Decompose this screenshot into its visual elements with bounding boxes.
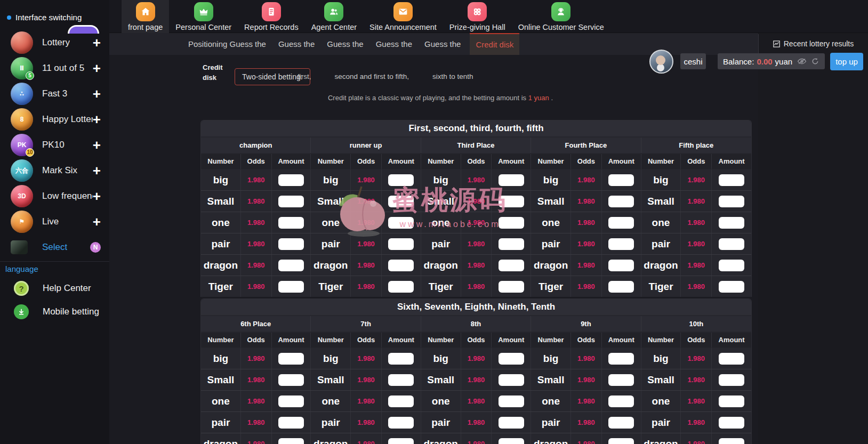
- amount-input[interactable]: [719, 238, 744, 250]
- nav-item-agent-center[interactable]: Agent Center: [305, 0, 363, 33]
- mode-option-sixth-to-tenth[interactable]: sixth to tenth: [432, 72, 473, 80]
- amount-input[interactable]: [388, 374, 414, 386]
- amount-input[interactable]: [388, 260, 414, 271]
- sidebar-item-lottery[interactable]: Lottery+: [0, 30, 109, 55]
- amount-input[interactable]: [719, 281, 744, 293]
- amount-input[interactable]: [278, 353, 304, 365]
- amount-input[interactable]: [719, 374, 744, 386]
- blue-dot-icon: [7, 15, 11, 20]
- nav-item-prize-giving-hall[interactable]: Prize-giving Hall: [443, 0, 512, 33]
- amount-input[interactable]: [719, 217, 744, 229]
- expand-plus-icon[interactable]: +: [93, 165, 101, 176]
- amount-input[interactable]: [278, 417, 304, 429]
- sidebar-item-happy-lottery[interactable]: 8Happy Lottery+: [0, 107, 109, 132]
- amount-input[interactable]: [719, 395, 744, 407]
- amount-input[interactable]: [388, 217, 414, 229]
- amount-input[interactable]: [278, 174, 304, 186]
- amount-input[interactable]: [608, 281, 634, 293]
- amount-input[interactable]: [499, 174, 524, 186]
- nav-item-personal-center[interactable]: Personal Center: [169, 0, 238, 33]
- amount-input[interactable]: [608, 395, 634, 407]
- sidebar-item-select-language[interactable]: SelectN: [0, 235, 109, 260]
- amount-input[interactable]: [719, 353, 744, 365]
- expand-plus-icon[interactable]: +: [93, 114, 101, 125]
- amount-input[interactable]: [719, 196, 744, 207]
- amount-input[interactable]: [499, 417, 524, 429]
- mode-option-second-to-fifth[interactable]: second and first to fifth,: [335, 72, 409, 80]
- amount-input[interactable]: [278, 281, 304, 293]
- amount-input[interactable]: [499, 217, 524, 229]
- hide-balance-eye-icon[interactable]: [797, 58, 807, 65]
- amount-input[interactable]: [608, 417, 634, 429]
- amount-input[interactable]: [608, 174, 634, 186]
- amount-input[interactable]: [499, 438, 524, 444]
- amount-input[interactable]: [499, 238, 524, 250]
- top-up-button[interactable]: top up: [830, 53, 863, 70]
- tab-guess-the-2[interactable]: Guess the: [324, 33, 366, 55]
- expand-plus-icon[interactable]: +: [93, 63, 101, 74]
- tab-guess-the-4[interactable]: Guess the: [421, 33, 464, 55]
- sidebar-item-mark-six[interactable]: 六合Mark Six+: [0, 158, 109, 183]
- amount-input[interactable]: [278, 196, 304, 207]
- amount-input[interactable]: [388, 281, 414, 293]
- recent-lottery-results[interactable]: Recent lottery results: [758, 33, 868, 48]
- amount-input[interactable]: [388, 395, 414, 407]
- expand-plus-icon[interactable]: +: [93, 88, 101, 99]
- amount-input[interactable]: [499, 196, 524, 207]
- sidebar-item-live[interactable]: ⚑Live+: [0, 209, 109, 235]
- expand-plus-icon[interactable]: +: [93, 216, 101, 227]
- tab-credit-disk-5[interactable]: Credit disk: [470, 33, 519, 55]
- amount-input[interactable]: [499, 260, 524, 271]
- sidebar-item-help-center[interactable]: ?Help Center: [0, 277, 109, 300]
- user-avatar[interactable]: [649, 50, 673, 74]
- amount-input[interactable]: [388, 238, 414, 250]
- amount-input[interactable]: [388, 353, 414, 365]
- nav-item-online-customer-service[interactable]: Online Customer Service: [512, 0, 610, 33]
- amount-input[interactable]: [719, 174, 744, 186]
- amount-input[interactable]: [388, 438, 414, 444]
- amount-input[interactable]: [608, 260, 634, 271]
- language-label[interactable]: language: [0, 262, 109, 277]
- amount-input[interactable]: [608, 353, 634, 365]
- expand-plus-icon[interactable]: +: [93, 191, 101, 201]
- mode-option-first[interactable]: first,: [298, 72, 311, 80]
- nav-item-report-records[interactable]: Report Records: [238, 0, 305, 33]
- amount-input[interactable]: [608, 196, 634, 207]
- sidebar-item-11-out-of-5[interactable]: Ⅱ511 out of 5+: [0, 55, 109, 81]
- amount-input[interactable]: [278, 238, 304, 250]
- interface-switching-label: Interface switching: [15, 13, 82, 22]
- amount-input[interactable]: [719, 438, 744, 444]
- amount-input[interactable]: [278, 374, 304, 386]
- amount-input[interactable]: [499, 374, 524, 386]
- column-header-row: NumberOddsAmountNumberOddsAmountNumberOd…: [201, 154, 751, 169]
- refresh-balance-icon[interactable]: [811, 57, 819, 66]
- tab-guess-the-1[interactable]: Guess the: [275, 33, 318, 55]
- amount-input[interactable]: [499, 353, 524, 365]
- amount-input[interactable]: [388, 174, 414, 186]
- tab-guess-the-3[interactable]: Guess the: [373, 33, 415, 55]
- amount-input[interactable]: [388, 196, 414, 207]
- amount-input[interactable]: [608, 374, 634, 386]
- expand-plus-icon[interactable]: +: [93, 37, 101, 48]
- amount-input[interactable]: [719, 260, 744, 271]
- tab-positioning-guess-the-0[interactable]: Positioning Guess the: [185, 33, 269, 55]
- nav-item-site-announcement[interactable]: Site Announcement: [363, 0, 443, 33]
- amount-input[interactable]: [278, 395, 304, 407]
- interface-switching[interactable]: Interface switching: [0, 0, 109, 22]
- expand-plus-icon[interactable]: +: [93, 140, 101, 150]
- sidebar-item-fast-3[interactable]: ∴Fast 3+: [0, 81, 109, 107]
- nav-item-front-page[interactable]: front page: [122, 0, 169, 33]
- sidebar-item-pk10[interactable]: PK10PK10+: [0, 132, 109, 158]
- amount-input[interactable]: [388, 417, 414, 429]
- amount-input[interactable]: [278, 438, 304, 444]
- sidebar-item-low-frequency[interactable]: 3DLow frequency+: [0, 183, 109, 209]
- amount-input[interactable]: [719, 417, 744, 429]
- amount-input[interactable]: [499, 281, 524, 293]
- amount-input[interactable]: [278, 217, 304, 229]
- amount-input[interactable]: [608, 238, 634, 250]
- sidebar-item-mobile-betting[interactable]: Mobile betting: [0, 300, 109, 324]
- amount-input[interactable]: [608, 217, 634, 229]
- amount-input[interactable]: [499, 395, 524, 407]
- amount-input[interactable]: [278, 260, 304, 271]
- amount-input[interactable]: [608, 438, 634, 444]
